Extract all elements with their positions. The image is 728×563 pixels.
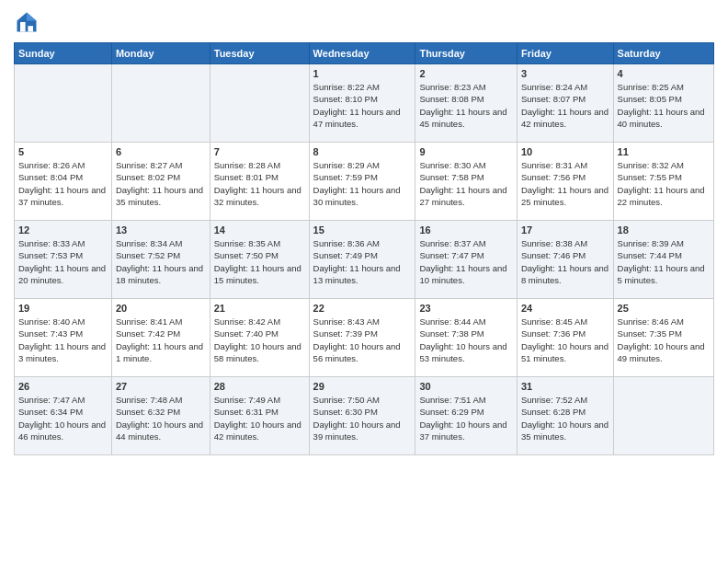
day-info: Sunrise: 8:43 AM Sunset: 7:39 PM Dayligh…	[313, 316, 412, 364]
day-number: 30	[419, 381, 513, 392]
day-number: 13	[116, 224, 206, 236]
calendar-cell: 23Sunrise: 8:44 AM Sunset: 7:38 PM Dayli…	[415, 299, 518, 377]
day-number: 29	[313, 381, 412, 392]
calendar-cell: 6Sunrise: 8:27 AM Sunset: 8:02 PM Daylig…	[111, 143, 210, 221]
day-number: 14	[214, 224, 305, 236]
svg-rect-2	[20, 22, 26, 32]
calendar-cell	[613, 377, 713, 455]
day-info: Sunrise: 8:40 AM Sunset: 7:43 PM Dayligh…	[18, 316, 108, 364]
calendar-cell: 13Sunrise: 8:34 AM Sunset: 7:52 PM Dayli…	[111, 221, 210, 299]
day-number: 11	[618, 146, 710, 157]
day-number: 22	[313, 303, 412, 314]
week-row-5: 26Sunrise: 7:47 AM Sunset: 6:34 PM Dayli…	[15, 377, 714, 455]
day-number: 3	[521, 68, 609, 79]
calendar-cell	[210, 64, 309, 143]
day-info: Sunrise: 8:45 AM Sunset: 7:36 PM Dayligh…	[521, 316, 609, 364]
day-number: 4	[618, 68, 710, 79]
day-info: Sunrise: 7:49 AM Sunset: 6:31 PM Dayligh…	[214, 394, 305, 442]
logo	[14, 9, 43, 35]
svg-rect-3	[28, 26, 33, 31]
calendar-cell: 5Sunrise: 8:26 AM Sunset: 8:04 PM Daylig…	[15, 143, 112, 221]
header-sunday: Sunday	[15, 43, 112, 64]
day-info: Sunrise: 8:23 AM Sunset: 8:08 PM Dayligh…	[419, 81, 513, 130]
day-info: Sunrise: 8:36 AM Sunset: 7:49 PM Dayligh…	[313, 237, 412, 286]
calendar-table: SundayMondayTuesdayWednesdayThursdayFrid…	[14, 42, 714, 455]
calendar-cell: 22Sunrise: 8:43 AM Sunset: 7:39 PM Dayli…	[309, 299, 415, 377]
day-info: Sunrise: 8:38 AM Sunset: 7:46 PM Dayligh…	[521, 237, 609, 286]
day-info: Sunrise: 8:33 AM Sunset: 7:53 PM Dayligh…	[18, 237, 108, 286]
day-number: 28	[214, 381, 305, 392]
day-info: Sunrise: 7:47 AM Sunset: 6:34 PM Dayligh…	[18, 394, 108, 442]
calendar-cell: 9Sunrise: 8:30 AM Sunset: 7:58 PM Daylig…	[415, 143, 518, 221]
day-number: 15	[313, 224, 412, 236]
calendar-cell: 14Sunrise: 8:35 AM Sunset: 7:50 PM Dayli…	[210, 221, 309, 299]
calendar-cell: 1Sunrise: 8:22 AM Sunset: 8:10 PM Daylig…	[309, 64, 415, 143]
calendar-cell: 16Sunrise: 8:37 AM Sunset: 7:47 PM Dayli…	[415, 221, 518, 299]
calendar-cell	[15, 64, 112, 143]
day-info: Sunrise: 8:30 AM Sunset: 7:58 PM Dayligh…	[419, 159, 513, 208]
day-number: 2	[419, 68, 513, 79]
day-number: 25	[618, 303, 710, 314]
day-number: 18	[618, 224, 710, 236]
day-info: Sunrise: 7:48 AM Sunset: 6:32 PM Dayligh…	[116, 394, 206, 442]
calendar-cell: 26Sunrise: 7:47 AM Sunset: 6:34 PM Dayli…	[15, 377, 112, 455]
calendar-cell: 17Sunrise: 8:38 AM Sunset: 7:46 PM Dayli…	[517, 221, 613, 299]
header-friday: Friday	[517, 43, 613, 64]
day-info: Sunrise: 8:26 AM Sunset: 8:04 PM Dayligh…	[18, 159, 108, 208]
day-info: Sunrise: 8:34 AM Sunset: 7:52 PM Dayligh…	[116, 237, 206, 286]
calendar-cell: 20Sunrise: 8:41 AM Sunset: 7:42 PM Dayli…	[111, 299, 210, 377]
day-number: 10	[521, 146, 609, 157]
day-info: Sunrise: 8:41 AM Sunset: 7:42 PM Dayligh…	[116, 316, 206, 364]
day-info: Sunrise: 8:27 AM Sunset: 8:02 PM Dayligh…	[116, 159, 206, 208]
day-info: Sunrise: 8:44 AM Sunset: 7:38 PM Dayligh…	[419, 316, 513, 364]
calendar-cell: 7Sunrise: 8:28 AM Sunset: 8:01 PM Daylig…	[210, 143, 309, 221]
week-row-1: 1Sunrise: 8:22 AM Sunset: 8:10 PM Daylig…	[15, 64, 714, 143]
header-thursday: Thursday	[415, 43, 518, 64]
calendar-cell: 21Sunrise: 8:42 AM Sunset: 7:40 PM Dayli…	[210, 299, 309, 377]
week-row-4: 19Sunrise: 8:40 AM Sunset: 7:43 PM Dayli…	[15, 299, 714, 377]
day-number: 23	[419, 303, 513, 314]
day-info: Sunrise: 8:24 AM Sunset: 8:07 PM Dayligh…	[521, 81, 609, 130]
day-info: Sunrise: 7:50 AM Sunset: 6:30 PM Dayligh…	[313, 394, 412, 442]
day-number: 9	[419, 146, 513, 157]
calendar-cell: 2Sunrise: 8:23 AM Sunset: 8:08 PM Daylig…	[415, 64, 518, 143]
calendar-cell: 10Sunrise: 8:31 AM Sunset: 7:56 PM Dayli…	[517, 143, 613, 221]
day-number: 20	[116, 303, 206, 314]
calendar-cell: 12Sunrise: 8:33 AM Sunset: 7:53 PM Dayli…	[15, 221, 112, 299]
day-info: Sunrise: 7:51 AM Sunset: 6:29 PM Dayligh…	[419, 394, 513, 442]
day-info: Sunrise: 8:42 AM Sunset: 7:40 PM Dayligh…	[214, 316, 305, 364]
day-number: 1	[313, 68, 412, 79]
calendar-cell: 29Sunrise: 7:50 AM Sunset: 6:30 PM Dayli…	[309, 377, 415, 455]
calendar-cell: 25Sunrise: 8:46 AM Sunset: 7:35 PM Dayli…	[613, 299, 713, 377]
day-number: 21	[214, 303, 305, 314]
day-number: 26	[18, 381, 108, 392]
calendar-cell: 15Sunrise: 8:36 AM Sunset: 7:49 PM Dayli…	[309, 221, 415, 299]
calendar-cell: 27Sunrise: 7:48 AM Sunset: 6:32 PM Dayli…	[111, 377, 210, 455]
day-number: 24	[521, 303, 609, 314]
calendar-cell: 28Sunrise: 7:49 AM Sunset: 6:31 PM Dayli…	[210, 377, 309, 455]
day-number: 6	[116, 146, 206, 157]
svg-marker-1	[27, 13, 37, 21]
calendar-cell: 30Sunrise: 7:51 AM Sunset: 6:29 PM Dayli…	[415, 377, 518, 455]
day-info: Sunrise: 8:29 AM Sunset: 7:59 PM Dayligh…	[313, 159, 412, 208]
calendar-header-row: SundayMondayTuesdayWednesdayThursdayFrid…	[15, 43, 714, 64]
calendar-cell: 18Sunrise: 8:39 AM Sunset: 7:44 PM Dayli…	[613, 221, 713, 299]
calendar-cell: 19Sunrise: 8:40 AM Sunset: 7:43 PM Dayli…	[15, 299, 112, 377]
calendar-cell: 31Sunrise: 7:52 AM Sunset: 6:28 PM Dayli…	[517, 377, 613, 455]
day-number: 8	[313, 146, 412, 157]
day-info: Sunrise: 8:25 AM Sunset: 8:05 PM Dayligh…	[618, 81, 710, 130]
page-header	[14, 9, 714, 35]
calendar-cell: 4Sunrise: 8:25 AM Sunset: 8:05 PM Daylig…	[613, 64, 713, 143]
calendar-cell	[111, 64, 210, 143]
day-info: Sunrise: 8:32 AM Sunset: 7:55 PM Dayligh…	[618, 159, 710, 208]
day-info: Sunrise: 8:28 AM Sunset: 8:01 PM Dayligh…	[214, 159, 305, 208]
day-info: Sunrise: 8:37 AM Sunset: 7:47 PM Dayligh…	[419, 237, 513, 286]
header-monday: Monday	[111, 43, 210, 64]
calendar-cell: 3Sunrise: 8:24 AM Sunset: 8:07 PM Daylig…	[517, 64, 613, 143]
day-info: Sunrise: 8:31 AM Sunset: 7:56 PM Dayligh…	[521, 159, 609, 208]
logo-icon	[14, 9, 40, 35]
calendar-cell: 8Sunrise: 8:29 AM Sunset: 7:59 PM Daylig…	[309, 143, 415, 221]
week-row-2: 5Sunrise: 8:26 AM Sunset: 8:04 PM Daylig…	[15, 143, 714, 221]
day-number: 19	[18, 303, 108, 314]
day-info: Sunrise: 8:46 AM Sunset: 7:35 PM Dayligh…	[618, 316, 710, 364]
